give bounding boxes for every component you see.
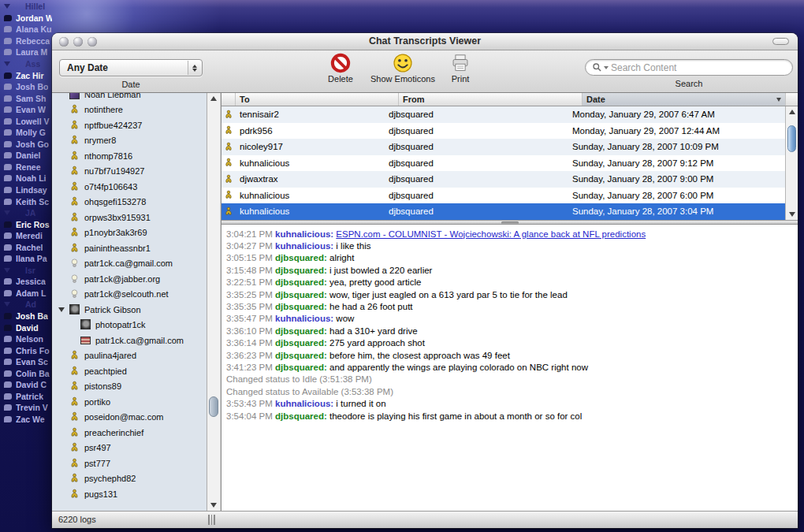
buddy-list-item[interactable]: Molly G xyxy=(2,127,52,139)
search-input[interactable]: Search Content xyxy=(585,59,793,76)
table-row[interactable]: nicoley917djbsquaredSunday, January 28, … xyxy=(221,139,786,155)
buddy-list-item[interactable]: Josh Bo xyxy=(2,81,52,93)
column-header-date[interactable]: Date xyxy=(583,93,786,106)
buddy-list-item[interactable]: Jordan Weiss xyxy=(2,13,52,24)
disclosure-triangle-icon[interactable] xyxy=(4,268,10,273)
buddy-list-item[interactable]: Nelson xyxy=(2,333,52,345)
chat-bubble-icon xyxy=(4,129,12,136)
sidebar-contact[interactable]: p1noybr3ak3r69 xyxy=(52,225,207,241)
scroll-up-icon[interactable] xyxy=(207,93,220,104)
sidebar-contact[interactable]: ohqsgefi153278 xyxy=(52,195,207,210)
sidebar-contact[interactable]: patr1ck.ca@gmail.com xyxy=(52,333,207,348)
print-button[interactable]: Print xyxy=(441,53,479,92)
title-bar[interactable]: Chat Transcripts Viewer xyxy=(52,33,798,50)
sidebar-contact[interactable]: peachtpied xyxy=(52,363,207,379)
sidebar-contact[interactable]: psychephd82 xyxy=(52,471,207,487)
buddy-list-item[interactable]: Rebecca xyxy=(2,35,52,47)
disclosure-triangle-icon[interactable] xyxy=(58,307,65,312)
table-scroll-up-icon[interactable] xyxy=(786,106,798,117)
buddy-list-item[interactable]: Sam Sh xyxy=(2,92,52,104)
table-row[interactable]: djwaxtraxdjbsquaredSunday, January 28, 2… xyxy=(221,171,786,188)
table-row[interactable]: pdrk956djbsquaredMonday, January 29, 200… xyxy=(221,123,786,140)
buddy-list-item[interactable]: Alana Kuhn xyxy=(2,24,52,35)
sidebar-contact[interactable]: pistons89 xyxy=(52,379,207,395)
sidebar-contact[interactable]: poseidon@mac.com xyxy=(52,410,207,426)
sidebar-contact[interactable]: nrymer8 xyxy=(52,133,207,149)
chat-link[interactable]: ESPN.com - COLUMNIST - Wojciechowski: A … xyxy=(336,229,646,239)
sidebar-contact[interactable]: psr497 xyxy=(52,441,207,456)
buddy-list-item[interactable]: Evan W xyxy=(2,104,52,116)
sidebar-contact[interactable]: patr1ck.ca@gmail.com xyxy=(52,256,207,272)
sidebar-contact[interactable]: nu7bf7u194927 xyxy=(52,164,207,180)
buddy-list-item[interactable]: Meredi xyxy=(2,230,52,242)
date-filter-popup[interactable]: Any Date xyxy=(59,59,203,76)
delete-button[interactable]: Delete xyxy=(320,53,361,92)
buddy-group-header[interactable]: Ass xyxy=(2,58,52,70)
scroll-down-icon[interactable] xyxy=(207,500,220,511)
table-scrollbar-thumb[interactable] xyxy=(787,125,796,152)
table-row[interactable]: kuhnaliciousdjbsquaredSunday, January 28… xyxy=(221,155,786,172)
buddy-list-item[interactable]: Keith Sc xyxy=(2,195,52,207)
buddy-list-item[interactable]: Jessica xyxy=(2,276,52,288)
sidebar-contact[interactable]: preacherinchief xyxy=(52,425,207,441)
sidebar-contact[interactable]: photopatr1ck xyxy=(52,318,207,333)
buddy-group-header[interactable]: Hillel xyxy=(2,1,52,13)
sidebar-contact[interactable]: paulina4jared xyxy=(52,348,207,364)
disclosure-triangle-icon[interactable] xyxy=(4,210,10,215)
pane-resize-grip-icon[interactable] xyxy=(208,515,218,525)
sidebar-contact[interactable]: portiko xyxy=(52,394,207,410)
sidebar-contact[interactable]: o7t4fp106643 xyxy=(52,179,207,195)
sidebar-contact[interactable]: pugs131 xyxy=(52,486,207,502)
sidebar-contact[interactable]: Noah Liebman xyxy=(52,93,207,102)
disclosure-triangle-icon[interactable] xyxy=(4,4,10,9)
sidebar-contact[interactable]: notinthere xyxy=(52,102,207,118)
buddy-list-item[interactable]: Josh Go xyxy=(2,139,52,151)
buddy-list-item[interactable]: Chris Fo xyxy=(2,344,52,356)
sidebar-contact[interactable]: nthomp7816 xyxy=(52,148,207,164)
table-scroll-down-icon[interactable] xyxy=(786,209,798,220)
buddy-list-item[interactable]: Colin Ba xyxy=(2,368,52,380)
disclosure-triangle-icon[interactable] xyxy=(4,61,10,66)
buddy-group-header[interactable]: JA xyxy=(2,207,52,219)
buddy-list-item[interactable]: Daniel xyxy=(2,150,52,162)
sidebar-scrollbar[interactable] xyxy=(207,93,220,511)
table-row[interactable]: kuhnaliciousdjbsquaredSunday, January 28… xyxy=(221,188,786,204)
table-row[interactable]: kuhnaliciousdjbsquaredSunday, January 28… xyxy=(221,203,786,220)
window-title: Chat Transcripts Viewer xyxy=(52,35,798,47)
sidebar-contact[interactable]: orpws3bx915931 xyxy=(52,210,207,225)
buddy-group-header[interactable]: Ad xyxy=(2,299,52,311)
buddy-list-item[interactable]: Zac We xyxy=(2,414,52,426)
sidebar-contact[interactable]: patr1ck@jabber.org xyxy=(52,271,207,287)
disclosure-triangle-icon[interactable] xyxy=(4,302,10,307)
table-row[interactable]: tennisair2djbsquaredMonday, January 29, … xyxy=(221,106,786,123)
buddy-list-item[interactable]: Laura M xyxy=(2,47,52,58)
buddy-list-item[interactable]: Eric Ros xyxy=(2,218,52,230)
sidebar-contact[interactable]: Patrick Gibson xyxy=(52,302,207,318)
aim-buddy-icon xyxy=(221,174,236,184)
sidebar-contact[interactable]: patr1ck@selcouth.net xyxy=(52,287,207,303)
buddy-list-item[interactable]: David C xyxy=(2,379,52,391)
buddy-list-item[interactable]: Patrick xyxy=(2,391,52,403)
buddy-list-item[interactable]: Renee xyxy=(2,162,52,173)
buddy-list-item[interactable]: Trevin V xyxy=(2,402,52,414)
buddy-list-item[interactable]: Josh Ba xyxy=(2,311,52,322)
sidebar-contact[interactable]: nptfbue424237 xyxy=(52,117,207,133)
buddy-list-item[interactable]: David xyxy=(2,322,52,333)
buddy-list-item[interactable]: Lindsay xyxy=(2,184,52,196)
buddy-list-item[interactable]: Evan Sc xyxy=(2,356,52,368)
buddy-list-item[interactable]: Lowell V xyxy=(2,115,52,127)
sidebar-contact[interactable]: pst777 xyxy=(52,456,207,471)
buddy-list-item[interactable]: Rachel xyxy=(2,241,52,253)
toolbar-toggle-pill[interactable] xyxy=(772,38,789,45)
column-header-from[interactable]: From xyxy=(399,93,583,106)
buddy-group-header[interactable]: Isr xyxy=(2,265,52,277)
buddy-list-item[interactable]: Ilana Pa xyxy=(2,253,52,265)
buddy-list-item[interactable]: Noah Li xyxy=(2,173,52,184)
table-scrollbar[interactable] xyxy=(785,106,798,220)
buddy-list-item[interactable]: Zac Hir xyxy=(2,69,52,81)
sidebar-contact[interactable]: painintheassnbr1 xyxy=(52,240,207,256)
column-header-to[interactable]: To xyxy=(236,93,399,106)
buddy-list-item[interactable]: Adam L xyxy=(2,288,52,299)
show-emoticons-button[interactable]: Show Emoticons xyxy=(364,53,441,92)
sidebar-scrollbar-thumb[interactable] xyxy=(209,396,218,417)
